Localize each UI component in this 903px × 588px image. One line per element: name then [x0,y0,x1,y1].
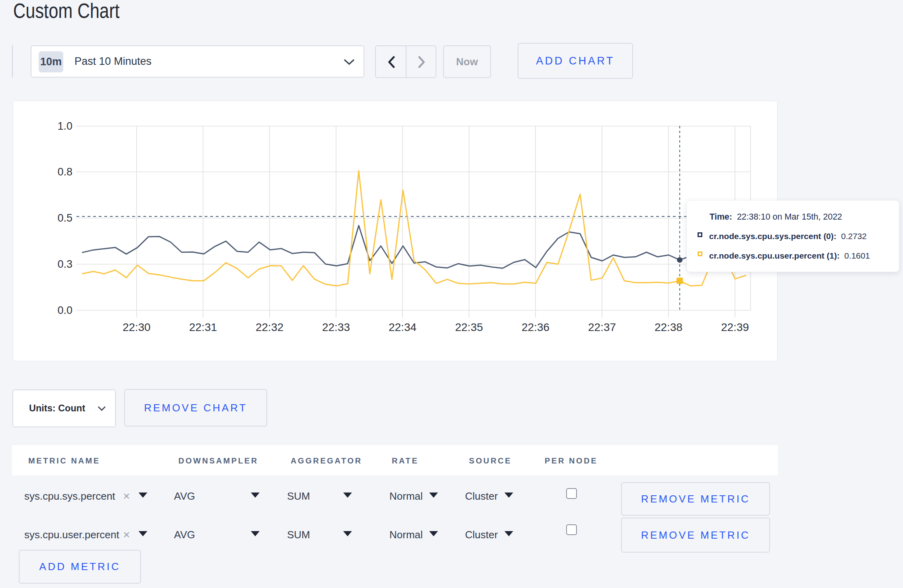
svg-text:22:34: 22:34 [389,321,416,333]
svg-text:22:38: 22:38 [655,321,682,333]
svg-text:22:32: 22:32 [256,321,283,333]
svg-text:22:30: 22:30 [123,321,150,333]
svg-text:22:39: 22:39 [721,321,749,333]
svg-text:0.5: 0.5 [57,212,72,224]
svg-text:22:35: 22:35 [455,321,483,333]
svg-text:1.0: 1.0 [57,120,72,132]
svg-text:0.8: 0.8 [57,166,72,178]
svg-text:22:33: 22:33 [322,321,350,333]
svg-text:22:31: 22:31 [189,321,217,333]
svg-text:0.0: 0.0 [57,304,72,316]
svg-text:0.3: 0.3 [57,258,72,270]
svg-text:22:37: 22:37 [588,321,616,333]
svg-text:22:36: 22:36 [522,321,549,333]
